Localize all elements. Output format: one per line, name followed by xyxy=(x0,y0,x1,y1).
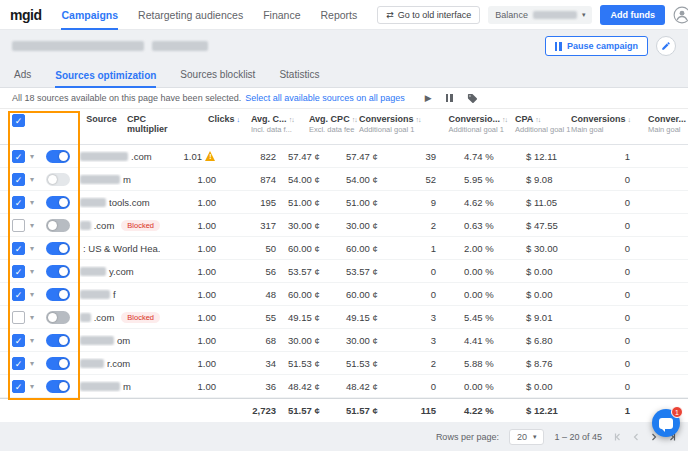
avg-cpc-excl-cell: 48.42 ¢ xyxy=(338,381,396,392)
row-checkbox[interactable]: ✓ xyxy=(12,265,25,278)
row-toggle[interactable] xyxy=(46,173,70,186)
row-checkbox[interactable]: ✓ xyxy=(12,150,25,163)
row-checkbox[interactable]: ✓ xyxy=(12,173,25,186)
source-name-suffix: m xyxy=(123,174,131,185)
pause-icon xyxy=(555,42,562,51)
cpc-multiplier-cell: 1.00 ! xyxy=(160,312,224,323)
pause-sources-icon[interactable] xyxy=(446,94,453,102)
nav-item-campaigns[interactable]: Campaigns xyxy=(61,0,118,30)
conversions-goal1-cell: 3 xyxy=(396,335,452,346)
avg-cpc-excl-cell: 49.15 ¢ xyxy=(338,312,396,323)
campaign-id-redacted xyxy=(152,41,208,51)
column-header-conversions-goal1[interactable]: ConversionsAdditional goal 1 xyxy=(359,114,437,134)
row-toggle[interactable] xyxy=(46,380,70,393)
tab-sources-optimization[interactable]: Sources optimization xyxy=(55,70,156,88)
column-header-avg-cpc-incl[interactable]: Avg. C...Incl. data f... xyxy=(243,114,301,134)
row-expander chevron-down-icon[interactable]: ▾ xyxy=(30,267,46,276)
conversion-rate-goal1-cell: 5.95 % xyxy=(452,174,518,185)
row-toggle[interactable] xyxy=(46,219,70,232)
row-checkbox[interactable]: ✓ xyxy=(12,288,25,301)
conversion-rate-goal1-cell: 0.00 % xyxy=(452,381,518,392)
total-clicks: 2,723 xyxy=(224,405,280,416)
column-header-source[interactable]: Source xyxy=(86,114,117,124)
column-header-cpc-multiplier[interactable]: CPC multiplier xyxy=(123,114,187,134)
swap-icon: ⇄ xyxy=(386,10,394,20)
conversion-rate-goal1-cell: 0.00 % xyxy=(452,289,518,300)
avg-cpc-excl-cell: 30.00 ¢ xyxy=(338,335,396,346)
conversion-rate-goal1-cell: 2.00 % xyxy=(452,243,518,254)
cpc-multiplier-cell: 1.01 ! xyxy=(160,151,224,162)
source-name-redacted xyxy=(80,152,128,161)
select-all-pages-link[interactable]: Select all available sources on all page… xyxy=(245,93,405,103)
column-header-conversion-rate-goal1[interactable]: Conversio...Additional goal 1 xyxy=(436,114,507,134)
selection-bar: All 18 sources available on this page ha… xyxy=(0,88,688,109)
conversion-rate-goal1-cell: 0.00 % xyxy=(452,266,518,277)
row-expander chevron-down-icon[interactable]: ▾ xyxy=(30,313,46,322)
row-checkbox[interactable]: ✓ xyxy=(12,357,25,370)
sources-card: All 18 sources available on this page ha… xyxy=(0,88,688,422)
row-expander chevron-down-icon[interactable]: ▾ xyxy=(30,290,46,299)
source-name-suffix: tools.com xyxy=(109,197,150,208)
previous-page-button[interactable] xyxy=(630,431,642,443)
row-toggle[interactable] xyxy=(46,288,70,301)
column-header-clicks[interactable]: Clicks xyxy=(187,114,243,124)
row-expander chevron-down-icon[interactable]: ▾ xyxy=(30,221,46,230)
tag-icon[interactable] xyxy=(467,93,478,104)
row-expander chevron-down-icon[interactable]: ▾ xyxy=(30,198,46,207)
resume-sources-icon[interactable]: ▶ xyxy=(425,94,432,103)
clicks-cell: 68 xyxy=(224,335,280,346)
nav-item-finance[interactable]: Finance xyxy=(263,0,300,30)
source-name-redacted xyxy=(80,221,91,230)
row-checkbox[interactable] xyxy=(12,219,25,232)
go-to-old-interface-button[interactable]: ⇄ Go to old interface xyxy=(377,6,480,24)
edit-campaign-button[interactable] xyxy=(656,36,676,56)
nav-item-reports[interactable]: Reports xyxy=(321,0,358,30)
row-toggle[interactable] xyxy=(46,357,70,370)
row-toggle[interactable] xyxy=(46,311,70,324)
row-expander chevron-down-icon[interactable]: ▾ xyxy=(30,359,46,368)
table-row: ▾ .com Blocked 1.00 ! 317 30.00 ¢ 30.00 … xyxy=(0,214,688,237)
user-menu[interactable]: ▾ xyxy=(673,6,688,24)
row-checkbox[interactable]: ✓ xyxy=(12,380,25,393)
cpc-multiplier-cell: 1.00 ! xyxy=(160,174,224,185)
totals-row: 2,723 51.57 ¢ 51.57 ¢ 115 4.22 % $ 12.21… xyxy=(0,398,688,422)
chat-widget-button[interactable]: 1 xyxy=(652,409,680,437)
first-page-button[interactable] xyxy=(612,431,624,443)
row-checkbox[interactable] xyxy=(12,311,25,324)
tab-ads[interactable]: Ads xyxy=(14,69,31,87)
row-checkbox[interactable]: ✓ xyxy=(12,242,25,255)
table-row: ✓ ▾ m 1.00 ! 874 54.00 ¢ 54.00 ¢ 52 5.95… xyxy=(0,168,688,191)
row-toggle[interactable] xyxy=(46,196,70,209)
column-header-conversion-rate-main[interactable]: Conver...Main goal xyxy=(644,114,688,134)
column-header-avg-cpc-excl[interactable]: Avg. CPCExcl. data fee xyxy=(301,114,359,134)
source-cell: f xyxy=(80,289,160,300)
row-toggle[interactable] xyxy=(46,334,70,347)
conversions-goal1-cell: 52 xyxy=(396,174,452,185)
blocked-badge: Blocked xyxy=(121,312,160,323)
row-toggle[interactable] xyxy=(46,150,70,163)
nav-item-retargeting-audiences[interactable]: Retargeting audiences xyxy=(138,0,243,30)
row-checkbox[interactable]: ✓ xyxy=(12,334,25,347)
rows-per-page-select[interactable]: 20 ▾ xyxy=(509,429,545,445)
column-header-cpa-goal1[interactable]: CPAAdditional goal 1 xyxy=(507,114,571,134)
source-name-redacted xyxy=(80,336,114,345)
row-expander chevron-down-icon[interactable]: ▾ xyxy=(30,244,46,253)
row-expander chevron-down-icon[interactable]: ▾ xyxy=(30,382,46,391)
row-expander chevron-down-icon[interactable]: ▾ xyxy=(30,152,46,161)
tab-statistics[interactable]: Statistics xyxy=(279,69,319,87)
row-expander chevron-down-icon[interactable]: ▾ xyxy=(30,336,46,345)
add-funds-button[interactable]: Add funds xyxy=(600,5,665,25)
avg-cpc-incl-cell: 48.42 ¢ xyxy=(280,381,338,392)
pause-campaign-button[interactable]: Pause campaign xyxy=(545,36,648,56)
column-header-conversions-main[interactable]: ConversionsMain goal xyxy=(571,114,644,134)
tab-sources-blocklist[interactable]: Sources blocklist xyxy=(180,69,255,87)
row-toggle[interactable] xyxy=(46,265,70,278)
row-toggle[interactable] xyxy=(46,242,70,255)
source-cell: .com Blocked xyxy=(80,220,160,231)
cpa-goal1-cell: $ 0.00 xyxy=(518,266,582,277)
row-checkbox[interactable]: ✓ xyxy=(12,196,25,209)
balance-dropdown[interactable]: Balance ▾ xyxy=(488,6,592,24)
row-expander chevron-down-icon[interactable]: ▾ xyxy=(30,175,46,184)
user-icon xyxy=(673,6,688,24)
select-all-checkbox[interactable]: ✓ xyxy=(12,114,25,127)
